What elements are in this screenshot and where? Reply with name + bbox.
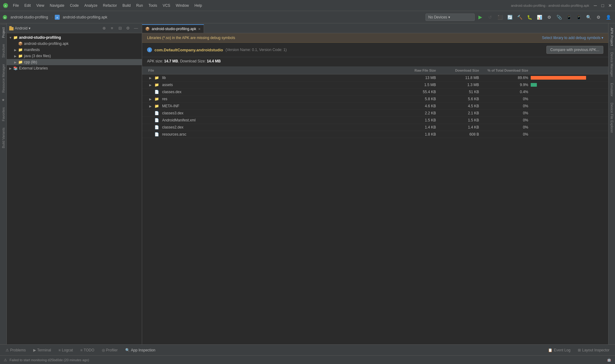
android-folder-icon xyxy=(9,26,14,30)
svg-text:A: A xyxy=(56,16,58,19)
bottom-tab-problems[interactable]: ⚠ Problems xyxy=(2,347,29,354)
app-inspection-label: App Inspection xyxy=(131,348,155,352)
minimize-button[interactable]: ─ xyxy=(593,3,598,8)
device-selector[interactable]: No Devices ▾ xyxy=(425,14,475,21)
menu-view[interactable]: View xyxy=(34,2,47,9)
tab-apk-close[interactable]: ✕ xyxy=(198,27,201,31)
menu-run[interactable]: Run xyxy=(134,2,146,9)
tab-apk[interactable]: 📦 android-studio-profiling.apk ✕ xyxy=(142,24,204,33)
close-button[interactable]: ✕ xyxy=(608,3,613,8)
menu-code[interactable]: Code xyxy=(67,2,81,9)
tree-item-external[interactable]: ▶ 📚 External Libraries xyxy=(7,65,142,71)
event-log-label: Event Log xyxy=(554,348,570,352)
menu-tools[interactable]: Tools xyxy=(146,2,160,9)
run-button[interactable]: ▶ xyxy=(476,13,485,22)
dl-size-resources-arsc: 608 B xyxy=(437,132,480,136)
project-scroll-button[interactable]: ≡ xyxy=(109,25,115,32)
logcat-label: Logcat xyxy=(62,348,73,352)
left-tab-resource-manager[interactable]: Resource Manager xyxy=(0,61,6,96)
bottom-tab-event-log[interactable]: 📋 Event Log xyxy=(545,347,573,354)
bottom-tab-logcat[interactable]: ≡ Logcat xyxy=(55,347,76,354)
attach-button[interactable]: 📎 xyxy=(555,13,563,22)
tree-item-apk[interactable]: ▶ 📦 android-studio-profiling.apk xyxy=(7,41,142,47)
table-row[interactable]: ▶ 📁 assets 1.5 MB 1.3 MB 9.9% xyxy=(142,81,608,89)
right-tab-emulator[interactable]: Emulator xyxy=(609,80,615,100)
tree-icon-manifests: 📁 xyxy=(18,47,23,52)
tree-label-root: android-studio-profiling xyxy=(19,35,61,40)
table-row[interactable]: ▶ 📁 META-INF 4.6 KB 4.5 KB 0% xyxy=(142,103,608,110)
window-title: android-studio-profiling - android-studi… xyxy=(511,4,589,7)
toolbar-avatar[interactable]: 👤 xyxy=(604,13,613,22)
bottom-tab-app-inspection[interactable]: 🔍 App Inspection xyxy=(122,347,158,354)
tree-item-cpp[interactable]: ▶ 📁 cpp (lib) xyxy=(7,59,142,65)
menu-file[interactable]: File xyxy=(10,2,21,9)
file-label-lib: lib xyxy=(162,76,166,80)
left-tab-structure[interactable]: Structure xyxy=(0,41,6,61)
project-view-label: Android xyxy=(15,26,27,30)
download-size-label: Download Size: xyxy=(180,59,206,63)
file-label-classes-dex: classes.dex xyxy=(162,90,182,94)
project-hide-button[interactable]: — xyxy=(133,25,139,32)
project-locate-button[interactable]: ⊕ xyxy=(101,25,107,32)
file-name-res: ▶ 📁 res xyxy=(147,97,394,101)
debug-button[interactable]: 🐛 xyxy=(525,13,534,22)
menu-navigate[interactable]: Navigate xyxy=(47,2,67,9)
left-tab-favorites[interactable]: Favorites xyxy=(0,104,6,124)
raw-size-manifest: 1.5 KB xyxy=(394,118,437,122)
tree-item-root[interactable]: ▼ 📁 android-studio-profiling xyxy=(7,34,142,41)
right-tab-device-manager[interactable]: Device Manager xyxy=(609,49,615,80)
tree-label-external: External Libraries xyxy=(19,66,48,70)
compare-apk-button[interactable]: Compare with previous APK... xyxy=(546,46,603,54)
bottom-toolbar: ⚠ Problems ▶ Terminal ≡ Logcat ≡ TODO ◎ … xyxy=(0,344,615,355)
table-row[interactable]: ▶ 📄 classes3.dex 2.2 KB 2.1 KB 0% xyxy=(142,110,608,117)
stop-button[interactable]: ⬛ xyxy=(496,13,504,22)
table-row[interactable]: ▶ 📄 classes2.dex 1.4 KB 1.4 KB 0% xyxy=(142,124,608,131)
left-tab-build-variants[interactable]: Build Variants xyxy=(0,125,6,151)
rerun-button[interactable]: ↺ xyxy=(486,13,494,22)
menu-refactor[interactable]: Refactor xyxy=(101,2,119,9)
file-label-manifest: AndroidManifest.xml xyxy=(162,118,196,122)
right-tab-device-file-explorer[interactable]: Device File Explorer xyxy=(609,100,615,136)
status-message: Failed to start monitoring d25bd0de (20 … xyxy=(10,358,89,362)
table-row[interactable]: ▶ 📁 lib 13 MB 11.8 MB 89.6% xyxy=(142,74,608,81)
table-row[interactable]: ▶ 📄 AndroidManifest.xml 1.5 KB 1.5 KB 0% xyxy=(142,117,608,124)
left-tab-bookmarks[interactable]: ★ xyxy=(0,97,6,103)
terminal-icon: ▶ xyxy=(33,348,36,352)
profile-button[interactable]: 📊 xyxy=(535,13,544,22)
sync-button[interactable]: 🔄 xyxy=(505,13,514,22)
apk-content: Libraries (*.so) in the APK are missing … xyxy=(142,33,608,344)
tree-item-java[interactable]: ▶ 📁 java (3 dex files) xyxy=(7,53,142,59)
col-download: Download Size xyxy=(437,69,480,72)
menu-analyze[interactable]: Analyze xyxy=(82,2,100,9)
menu-vcs[interactable]: VCS xyxy=(160,2,173,9)
bottom-tab-layout-inspector[interactable]: ⊞ Layout Inspector xyxy=(575,347,613,354)
menu-help[interactable]: Help xyxy=(192,2,205,9)
menu-edit[interactable]: Edit xyxy=(22,2,33,9)
build-button[interactable]: 🔨 xyxy=(515,13,524,22)
bottom-tab-profiler[interactable]: ◎ Profiler xyxy=(99,347,121,354)
phone-button[interactable]: 📱 xyxy=(565,13,573,22)
bottom-tab-todo[interactable]: ≡ TODO xyxy=(77,347,97,354)
maximize-button[interactable]: □ xyxy=(600,3,605,8)
tree-item-manifests[interactable]: ▶ 📁 manifests xyxy=(7,47,142,53)
toolbar-breadcrumb-sep: › xyxy=(51,15,54,19)
content-area: 📦 android-studio-profiling.apk ✕ Librari… xyxy=(142,23,608,344)
project-settings-button[interactable]: ⚙ xyxy=(125,25,131,32)
settings-toolbar-button[interactable]: ⚙ xyxy=(594,13,603,22)
project-view-selector[interactable]: Android ▾ xyxy=(9,26,30,30)
right-tab-apk-project[interactable]: APK Project xyxy=(609,25,615,49)
table-row[interactable]: ▶ 📄 resources.arsc 1.8 KB 608 B 0% xyxy=(142,131,608,138)
menu-build[interactable]: Build xyxy=(120,2,133,9)
bottom-tab-terminal[interactable]: ▶ Terminal xyxy=(30,347,54,354)
coverage-button[interactable]: ⚙ xyxy=(545,13,553,22)
file-name-meta-inf: ▶ 📁 META-INF xyxy=(147,104,394,108)
search-toolbar-button[interactable]: 🔍 xyxy=(584,13,593,22)
table-row[interactable]: ▶ 📁 res 5.8 KB 5.6 KB 0% xyxy=(142,96,608,103)
avd-button[interactable]: 📱 xyxy=(574,13,583,22)
left-tab-project[interactable]: Project xyxy=(0,24,6,41)
table-row[interactable]: ▶ 📄 classes.dex 55.4 KB 51 KB 0.4% xyxy=(142,89,608,96)
tree-icon-external: 📚 xyxy=(13,66,18,71)
warning-action-link[interactable]: Select library to add debug symbols ▾ xyxy=(542,36,603,40)
menu-window[interactable]: Window xyxy=(173,2,191,9)
project-collapse-button[interactable]: ⊟ xyxy=(117,25,123,32)
